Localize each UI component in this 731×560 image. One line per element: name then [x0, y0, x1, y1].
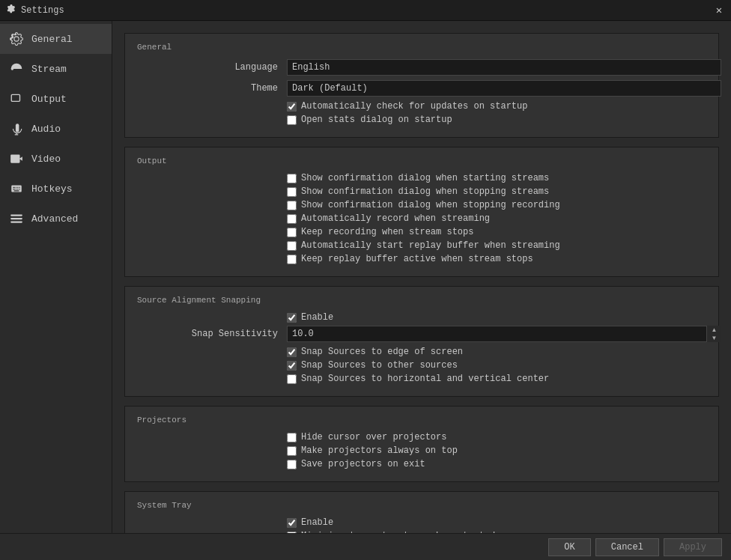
theme-select[interactable]: Dark (Default) Light System	[287, 80, 721, 97]
snap-sensitivity-input[interactable]	[287, 326, 721, 342]
sidebar-item-audio-label: Audio	[31, 124, 61, 135]
sidebar-item-general-label: General	[31, 34, 73, 45]
sidebar-item-stream[interactable]: Stream	[0, 54, 112, 84]
audio-icon	[9, 121, 24, 136]
projectors-checkbox-2[interactable]	[287, 460, 297, 469]
output-checkbox-5[interactable]	[287, 241, 297, 251]
theme-label: Theme	[137, 83, 287, 94]
open-stats-row: Open stats dialog on startup	[137, 115, 706, 125]
output-checkbox-4[interactable]	[287, 228, 297, 237]
general-section: General Language English French German T…	[124, 33, 719, 138]
projectors-section-title: Projectors	[137, 416, 706, 424]
auto-updates-row: Automatically check for updates on start…	[137, 101, 706, 112]
auto-updates-label: Automatically check for updates on start…	[301, 101, 527, 112]
output-label-1: Show confirmation dialog when stopping s…	[301, 186, 549, 197]
sidebar-item-advanced-label: Advanced	[31, 213, 78, 225]
theme-row: Theme Dark (Default) Light System	[137, 80, 706, 97]
projectors-checkbox-1[interactable]	[287, 446, 297, 456]
system-tray-section: System Tray Enable Minimize to system tr…	[124, 491, 719, 533]
snapping-enable-checkbox[interactable]	[287, 313, 297, 323]
hotkeys-icon	[9, 181, 24, 196]
output-cb-2: Show confirmation dialog when stopping r…	[137, 200, 706, 210]
output-icon	[9, 91, 24, 106]
sidebar-item-general[interactable]: General	[0, 24, 112, 54]
output-checkbox-3[interactable]	[287, 214, 297, 224]
svg-rect-1	[11, 94, 19, 101]
snap-sensitivity-control: ▲ ▼	[287, 326, 721, 342]
snap-sensitivity-down[interactable]: ▼	[707, 334, 721, 342]
settings-gear-icon	[6, 4, 16, 17]
projectors-label-2: Save projectors on exit	[301, 459, 425, 469]
snap-sensitivity-up[interactable]: ▲	[707, 326, 721, 334]
sidebar-item-hotkeys-label: Hotkeys	[31, 183, 73, 195]
systray-checkbox-0[interactable]	[287, 518, 297, 528]
snap-label-1: Snap Sources to other sources	[301, 360, 458, 371]
ok-button[interactable]: OK	[548, 538, 590, 556]
language-row: Language English French German	[137, 59, 706, 76]
system-tray-section-title: System Tray	[137, 501, 706, 510]
output-checkbox-1[interactable]	[287, 187, 297, 197]
snap-checkbox-1[interactable]	[287, 361, 297, 371]
sidebar-item-audio[interactable]: Audio	[0, 114, 112, 144]
sidebar-item-output[interactable]: Output	[0, 84, 112, 114]
snap-cb-2: Snap Sources to horizontal and vertical …	[137, 374, 706, 384]
snap-sensitivity-label: Snap Sensitivity	[137, 329, 287, 339]
output-label-4: Keep recording when stream stops	[301, 227, 473, 237]
cancel-button[interactable]: Cancel	[595, 538, 659, 556]
open-stats-checkbox[interactable]	[287, 115, 297, 125]
language-select[interactable]: English French German	[287, 59, 721, 76]
sidebar-item-video[interactable]: Video	[0, 144, 112, 174]
title-bar-left: Settings	[6, 4, 64, 17]
output-cb-3: Automatically record when streaming	[137, 213, 706, 224]
title-bar-title: Settings	[21, 5, 64, 16]
close-button[interactable]: ✕	[713, 4, 725, 16]
snap-checkbox-2[interactable]	[287, 374, 297, 384]
projectors-cb-2: Save projectors on exit	[137, 459, 706, 469]
output-label-0: Show confirmation dialog when starting s…	[301, 173, 549, 183]
sidebar-item-advanced[interactable]: Advanced	[0, 204, 112, 234]
projectors-section: Projectors Hide cursor over projectors M…	[124, 406, 719, 482]
systray-label-0: Enable	[301, 517, 333, 528]
apply-button[interactable]: Apply	[664, 538, 722, 556]
snap-sensitivity-row: Snap Sensitivity ▲ ▼	[137, 326, 706, 342]
snap-checkbox-0[interactable]	[287, 347, 297, 357]
snap-label-2: Snap Sources to horizontal and vertical …	[301, 374, 549, 384]
auto-updates-checkbox[interactable]	[287, 102, 297, 112]
snap-sensitivity-arrows: ▲ ▼	[706, 326, 721, 342]
title-bar: Settings ✕	[0, 0, 731, 21]
open-stats-label: Open stats dialog on startup	[301, 115, 452, 125]
output-cb-0: Show confirmation dialog when starting s…	[137, 173, 706, 183]
output-label-3: Automatically record when streaming	[301, 213, 490, 224]
sidebar-item-output-label: Output	[31, 94, 67, 105]
sidebar-item-video-label: Video	[31, 153, 61, 165]
output-label-2: Show confirmation dialog when stopping r…	[301, 200, 560, 210]
language-control: English French German	[287, 59, 721, 76]
snapping-section: Source Alignment Snapping Enable Snap Se…	[124, 286, 719, 397]
theme-control: Dark (Default) Light System	[287, 80, 721, 97]
video-icon	[9, 151, 24, 166]
snap-sensitivity-spinbox: ▲ ▼	[287, 326, 721, 342]
systray-cb-0: Enable	[137, 517, 706, 528]
snapping-enable-row: Enable	[137, 312, 706, 323]
language-select-wrapper: English French German	[287, 59, 721, 76]
snapping-enable-label: Enable	[301, 312, 333, 323]
output-cb-4: Keep recording when stream stops	[137, 227, 706, 237]
output-cb-5: Automatically start replay buffer when s…	[137, 240, 706, 251]
output-checkbox-6[interactable]	[287, 255, 297, 264]
sidebar-item-stream-label: Stream	[31, 64, 67, 75]
advanced-icon	[9, 211, 24, 226]
snapping-section-title: Source Alignment Snapping	[137, 296, 706, 305]
general-section-title: General	[137, 43, 706, 52]
stream-icon	[9, 61, 24, 76]
main-content: General Stream Output	[0, 21, 731, 533]
output-section-title: Output	[137, 156, 706, 165]
projectors-label-1: Make projectors always on top	[301, 445, 458, 456]
output-checkbox-0[interactable]	[287, 174, 297, 183]
output-checkbox-2[interactable]	[287, 201, 297, 210]
content-area: General Language English French German T…	[112, 21, 731, 533]
sidebar: General Stream Output	[0, 21, 112, 533]
sidebar-item-hotkeys[interactable]: Hotkeys	[0, 174, 112, 204]
projectors-cb-1: Make projectors always on top	[137, 445, 706, 456]
projectors-checkbox-0[interactable]	[287, 433, 297, 442]
bottom-bar: OK Cancel Apply	[0, 533, 731, 560]
